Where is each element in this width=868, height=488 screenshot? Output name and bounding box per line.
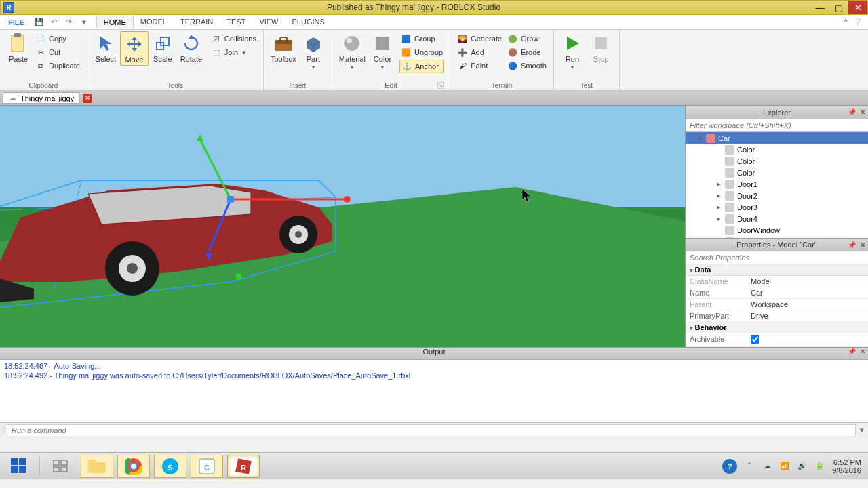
menu-tab-terrain[interactable]: TERRAIN [174, 16, 220, 28]
erode-button[interactable]: 🟤Erode [506, 46, 548, 58]
taskbar-clock[interactable]: 6:52 PM 9/8/2016 [832, 458, 861, 474]
edit-launcher-icon[interactable]: ↘ [437, 82, 444, 89]
taskbar-skype[interactable]: S [154, 455, 186, 478]
rotate-button[interactable]: Rotate [177, 31, 205, 64]
anchor-button[interactable]: ⚓Anchor [399, 60, 444, 73]
undo-icon[interactable]: ↶ [49, 17, 60, 28]
taskbar-explorer[interactable] [81, 455, 113, 478]
save-icon[interactable]: 💾 [34, 17, 45, 28]
add-icon: ➕ [457, 47, 468, 58]
taskbar-camtasia[interactable]: C [191, 455, 223, 478]
svg-rect-28 [19, 466, 26, 473]
tree-item[interactable]: ▸Door4 [686, 213, 868, 224]
tree-item[interactable]: ▸Door2 [686, 190, 868, 201]
menu-tab-view[interactable]: VIEW [252, 16, 285, 28]
group-button[interactable]: 🟦Group [399, 33, 444, 45]
viewport-3d[interactable] [0, 106, 685, 347]
select-icon [95, 33, 117, 54]
pin-icon[interactable]: 📌 [848, 241, 856, 249]
prop-section[interactable]: Behavior [686, 322, 868, 333]
tree-item[interactable]: DoorWindow [686, 224, 868, 236]
grow-button[interactable]: 🟢Grow [506, 33, 548, 45]
close-button[interactable]: ✕ [848, 1, 867, 14]
pin-icon[interactable]: 📌 [848, 108, 856, 116]
stop-button[interactable]: Stop [587, 31, 615, 64]
minimize-button[interactable]: — [810, 1, 829, 14]
document-tab[interactable]: ☁ Thingy ma' jiggy [3, 92, 80, 104]
svg-rect-29 [53, 460, 59, 465]
explorer-filter-input[interactable] [686, 119, 868, 132]
tree-item[interactable]: Color [686, 155, 868, 167]
duplicate-button[interactable]: ⧉Duplicate [34, 60, 81, 72]
start-button[interactable] [3, 455, 35, 478]
collapse-ribbon-icon[interactable]: ^ [844, 18, 848, 26]
taskbar-roblox-studio[interactable]: R [227, 455, 260, 478]
paint-button[interactable]: 🖌Paint [456, 60, 503, 72]
run-button[interactable]: Run▾ [558, 31, 587, 73]
menu-tab-model[interactable]: MODEL [134, 16, 174, 28]
pin-icon[interactable]: 📌 [848, 348, 856, 355]
command-history-dropdown[interactable]: ▾ [856, 426, 868, 434]
prop-checkbox[interactable] [751, 335, 760, 344]
prop-row[interactable]: PrimaryPartDrive [686, 310, 868, 322]
menu-tab-test[interactable]: TEST [220, 16, 252, 28]
copy-button[interactable]: 📄Copy [34, 33, 81, 45]
join-dropdown[interactable]: ⬚Join▾ [210, 46, 258, 58]
generate-button[interactable]: 🌄Generate [456, 33, 503, 45]
part-button[interactable]: Part▾ [299, 31, 328, 73]
cut-button[interactable]: ✂Cut [34, 46, 81, 58]
material-button[interactable]: Material▾ [336, 31, 368, 73]
ribbon: Paste 📄Copy ✂Cut ⧉Duplicate Clipboard Se… [0, 30, 868, 91]
smooth-button[interactable]: 🔵Smooth [506, 60, 548, 72]
window-title: Published as Thingy ma' jiggy - ROBLOX S… [17, 3, 810, 12]
tree-item[interactable]: ▸Door1 [686, 178, 868, 190]
menu-tab-plugins[interactable]: PLUGINS [285, 16, 332, 28]
task-view-button[interactable] [44, 455, 77, 478]
scale-button[interactable]: Scale [149, 31, 177, 64]
ungroup-button[interactable]: 🟧Ungroup [399, 46, 444, 58]
qat-dropdown-icon[interactable]: ▾ [79, 17, 90, 28]
document-tab-close[interactable]: ✕ [83, 94, 92, 103]
chevron-down-icon: ▾ [312, 64, 315, 70]
toolbox-button[interactable]: Toolbox [268, 31, 299, 64]
menu-bar: FILE 💾 ↶ ↷ ▾ HOMEMODELTERRAINTESTVIEWPLU… [0, 15, 868, 30]
tree-item[interactable]: Color [686, 167, 868, 178]
taskbar-chrome[interactable] [117, 455, 150, 478]
explorer-tree[interactable]: ▾CarColorColorColor▸Door1▸Door2▸Door3▸Do… [686, 132, 868, 238]
command-input[interactable] [7, 424, 856, 436]
network-icon[interactable]: 📶 [779, 461, 790, 472]
onedrive-icon[interactable]: ☁ [762, 461, 772, 472]
prop-row[interactable]: Archivable [686, 333, 868, 347]
color-button[interactable]: Color▾ [368, 31, 397, 73]
close-icon[interactable]: ✕ [860, 108, 865, 116]
prop-row[interactable]: ClassNameModel [686, 276, 868, 287]
help-icon[interactable]: ❔ [853, 18, 863, 26]
copy-icon: 📄 [35, 33, 46, 44]
prop-row[interactable]: NameCar [686, 287, 868, 299]
ribbon-group-test: Run▾ Stop Test [554, 30, 620, 90]
help-tray-icon[interactable]: ? [722, 459, 737, 474]
redo-icon[interactable]: ↷ [64, 17, 75, 28]
add-button[interactable]: ➕Add [456, 46, 503, 58]
move-button[interactable]: Move [120, 31, 149, 66]
maximize-button[interactable]: ▢ [829, 1, 848, 14]
select-button[interactable]: Select [92, 31, 120, 64]
tray-overflow-icon[interactable]: ˄ [744, 461, 755, 472]
output-line: 18:52:24.492 - Thingy ma' jiggy was auto… [4, 371, 864, 380]
close-icon[interactable]: ✕ [860, 348, 865, 355]
volume-icon[interactable]: 🔊 [797, 461, 808, 472]
properties-search-input[interactable] [686, 251, 868, 264]
prop-row[interactable]: ParentWorkspace [686, 299, 868, 310]
paste-button[interactable]: Paste [4, 31, 33, 64]
collisions-toggle[interactable]: ☑Collisions [210, 33, 258, 45]
battery-icon[interactable]: 🔋 [814, 461, 825, 472]
close-icon[interactable]: ✕ [860, 241, 865, 249]
tree-item[interactable]: Color [686, 144, 868, 155]
prop-section[interactable]: Data [686, 264, 868, 276]
quick-access-toolbar: 💾 ↶ ↷ ▾ [34, 17, 90, 28]
menu-tab-home[interactable]: HOME [96, 16, 134, 28]
tree-item-car[interactable]: ▾Car [686, 132, 868, 144]
tree-item[interactable]: ▸Door3 [686, 201, 868, 213]
output-body[interactable]: 18:52:24.467 - Auto-Saving...18:52:24.49… [0, 360, 868, 422]
file-menu[interactable]: FILE [3, 18, 30, 26]
